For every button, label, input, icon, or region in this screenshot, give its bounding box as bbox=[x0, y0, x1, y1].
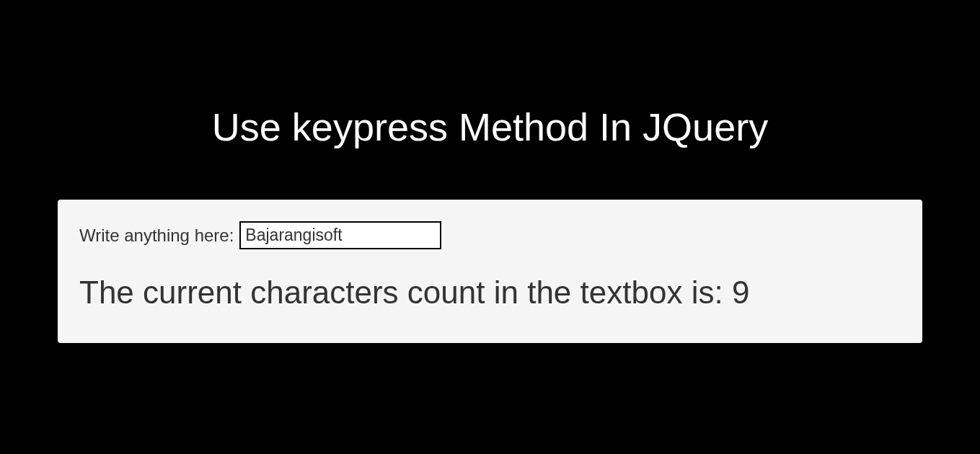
input-label: Write anything here: bbox=[79, 226, 234, 246]
character-count-text: The current characters count in the text… bbox=[79, 275, 901, 311]
count-prefix: The current characters count in the text… bbox=[79, 275, 732, 310]
card-panel: Write anything here: The current charact… bbox=[58, 200, 922, 343]
page-title: Use keypress Method In JQuery bbox=[0, 104, 980, 149]
text-input[interactable] bbox=[239, 221, 441, 249]
main-container: Use keypress Method In JQuery Write anyt… bbox=[0, 0, 980, 343]
input-row: Write anything here: bbox=[79, 221, 901, 249]
count-value: 9 bbox=[732, 275, 749, 310]
